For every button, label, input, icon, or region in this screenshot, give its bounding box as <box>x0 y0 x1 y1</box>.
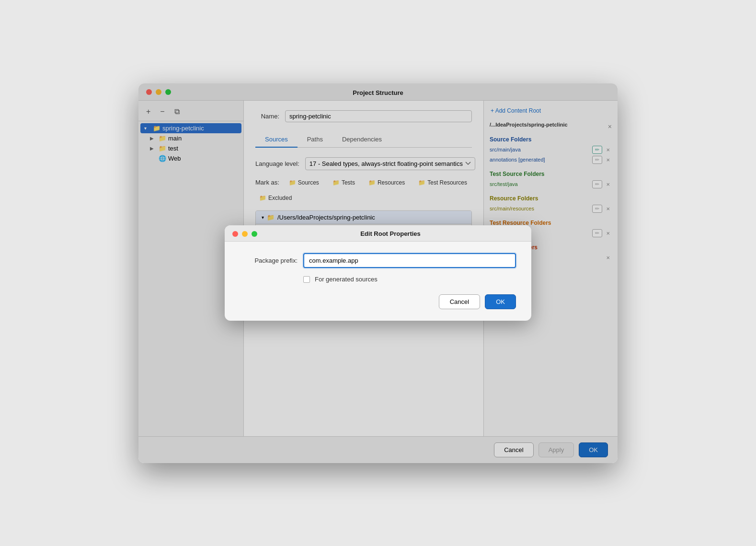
modal-titlebar: Edit Root Properties <box>225 225 531 242</box>
modal-buttons: Cancel OK <box>240 294 516 309</box>
generated-sources-checkbox[interactable] <box>303 276 310 283</box>
modal-maximize-button[interactable] <box>252 231 257 237</box>
package-prefix-input[interactable] <box>303 253 516 268</box>
modal-overlay: Edit Root Properties Package prefix: For… <box>138 83 618 463</box>
generated-sources-label: For generated sources <box>315 276 378 283</box>
modal-content: Package prefix: For generated sources Ca… <box>225 242 531 321</box>
modal-cancel-button[interactable]: Cancel <box>439 294 480 309</box>
modal-title: Edit Root Properties <box>257 230 524 237</box>
modal-ok-button[interactable]: OK <box>485 294 516 309</box>
modal-minimize-button[interactable] <box>242 231 248 237</box>
modal-window-controls <box>232 231 257 237</box>
generated-sources-row: For generated sources <box>240 276 516 283</box>
project-structure-window: Project Structure + − ⧉ ▾ 📁 spring-petcl… <box>138 83 618 463</box>
package-prefix-label: Package prefix: <box>240 257 298 264</box>
package-prefix-row: Package prefix: <box>240 253 516 268</box>
edit-root-properties-dialog: Edit Root Properties Package prefix: For… <box>225 225 531 321</box>
modal-close-button[interactable] <box>232 231 238 237</box>
